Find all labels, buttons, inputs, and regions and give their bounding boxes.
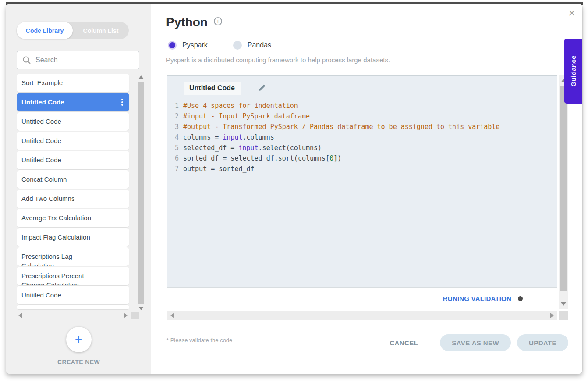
framework-radio-group: Pyspark Pandas xyxy=(168,41,271,50)
sidebar-item[interactable]: Untitled Code xyxy=(17,132,129,150)
line-number: 6 xyxy=(167,153,179,164)
radio-pyspark[interactable] xyxy=(168,41,177,50)
sidebar-item[interactable]: Prescriptions LagCalculation xyxy=(17,247,129,266)
code-text: output = sorted_df xyxy=(183,164,255,174)
guidance-tab-label: Guidance xyxy=(570,55,577,87)
sidebar-item-label: Concat Column xyxy=(21,175,124,184)
sidebar-item[interactable]: Impact Flag Calculation xyxy=(17,228,129,247)
sidebar-item-label: Untitled Code xyxy=(21,136,124,145)
page-title: Python xyxy=(166,15,208,29)
scroll-up-arrow-icon[interactable] xyxy=(138,75,144,79)
scroll-left-arrow-icon[interactable] xyxy=(170,313,174,318)
plus-icon: + xyxy=(75,333,83,346)
validation-status-dot xyxy=(518,296,523,301)
sidebar-item-label: Average Trx Calculation xyxy=(21,213,124,222)
sidebar-item-label: Untitled Code xyxy=(21,290,124,300)
cancel-button[interactable]: CANCEL xyxy=(390,339,418,347)
scroll-right-arrow-icon[interactable] xyxy=(550,313,554,318)
code-text: sorted_df = selected_df.sort(columns[0]) xyxy=(183,153,341,164)
scroll-left-arrow-icon[interactable] xyxy=(18,313,22,318)
code-line[interactable]: 7output = sorted_df xyxy=(167,164,557,174)
sidebar-item[interactable]: Untitled Code xyxy=(17,151,129,169)
sidebar-item[interactable]: Untitled Code xyxy=(17,286,129,304)
sidebar-item-label: Impact Flag Calculation xyxy=(21,233,124,242)
search-box[interactable] xyxy=(17,51,139,69)
main-panel: Python i Pyspark Pandas Pyspark is a dis… xyxy=(151,4,582,374)
sidebar-item-label: Prescriptions Lag xyxy=(21,252,124,261)
create-new-button[interactable]: + xyxy=(66,327,92,352)
search-input[interactable] xyxy=(35,56,134,64)
line-number: 7 xyxy=(167,164,179,174)
info-icon[interactable]: i xyxy=(214,17,222,25)
code-line[interactable]: 2#input - Input PySpark dataframe xyxy=(167,111,557,122)
tab-code-library[interactable]: Code Library xyxy=(17,22,73,39)
sidebar-item[interactable]: Average Trx Calculation xyxy=(17,209,129,227)
scroll-down-arrow-icon[interactable] xyxy=(561,302,566,306)
sidebar-vertical-scrollbar[interactable] xyxy=(138,74,145,312)
sidebar-horizontal-scrollbar[interactable] xyxy=(17,312,129,319)
code-line[interactable]: 1#Use 4 spaces for indentation xyxy=(167,100,557,111)
code-text: columns = input.columns xyxy=(183,132,274,143)
sidebar-item[interactable]: Untitled Code xyxy=(17,93,129,111)
line-number: 5 xyxy=(167,143,179,153)
validation-bar: RUNING VALIDATION xyxy=(167,287,557,309)
scrollbar-corner xyxy=(131,312,139,319)
create-new-label: CREATE NEW xyxy=(6,358,151,365)
sidebar-item[interactable]: Add Two Columns xyxy=(17,190,129,208)
guidance-tab[interactable]: Guidance xyxy=(564,39,582,104)
code-text: #input - Input PySpark dataframe xyxy=(183,111,310,122)
code-lines: 1#Use 4 spaces for indentation2#input - … xyxy=(167,100,557,174)
sidebar-item-label: Add Two Columns xyxy=(21,194,124,203)
editor-horizontal-scrollbar[interactable] xyxy=(167,311,557,320)
scroll-right-arrow-icon[interactable] xyxy=(124,313,128,318)
scroll-down-arrow-icon[interactable] xyxy=(138,307,144,310)
sidebar-item[interactable] xyxy=(17,305,129,309)
save-as-new-button[interactable]: SAVE AS NEW xyxy=(440,334,511,351)
code-line[interactable]: 6sorted_df = selected_df.sort(columns[0]… xyxy=(167,153,557,164)
radio-selected-dot xyxy=(169,42,175,48)
code-list-wrap: Sort_ExampleUntitled CodeUntitled CodeUn… xyxy=(17,74,145,312)
sidebar-tab-switcher: Code Library Column List xyxy=(17,22,129,39)
validate-note: * Please validate the code xyxy=(166,337,232,344)
sidebar-item-label: Untitled Code xyxy=(21,97,124,107)
tab-column-list[interactable]: Column List xyxy=(73,22,129,39)
code-list: Sort_ExampleUntitled CodeUntitled CodeUn… xyxy=(17,74,129,309)
code-line[interactable]: 3#output - Transformed PySpark / Pandas … xyxy=(167,122,557,132)
code-line[interactable]: 4columns = input.columns xyxy=(167,132,557,143)
editor-vertical-scrollbar[interactable] xyxy=(559,75,568,309)
code-text: #output - Transformed PySpark / Pandas d… xyxy=(183,122,499,132)
sidebar-item-label: Untitled Code xyxy=(21,155,124,165)
line-number: 1 xyxy=(167,100,179,111)
kebab-menu-icon[interactable] xyxy=(120,97,125,107)
update-button[interactable]: UPDATE xyxy=(517,334,568,351)
sidebar-item[interactable]: Sort_Example xyxy=(17,74,129,92)
scrollbar-corner xyxy=(559,311,568,320)
edit-pencil-icon[interactable] xyxy=(258,83,266,92)
sidebar-item[interactable]: Untitled Code xyxy=(17,112,129,131)
framework-description: Pyspark is a distributed computing frame… xyxy=(166,56,390,64)
code-editor[interactable]: Untitled Code 1#Use 4 spaces for indenta… xyxy=(167,75,557,309)
sidebar: Code Library Column List Sort_ExampleUnt… xyxy=(6,4,151,374)
line-number: 4 xyxy=(167,132,179,143)
sidebar-item[interactable]: Prescriptions PercentChange Calculation xyxy=(17,267,129,285)
code-line[interactable]: 5selected_df = input.select(columns) xyxy=(167,143,557,153)
sidebar-item[interactable]: Concat Column xyxy=(17,170,129,189)
line-number: 2 xyxy=(167,111,179,122)
code-text: selected_df = input.select(columns) xyxy=(183,143,322,153)
sidebar-item-label: Sort_Example xyxy=(21,78,124,87)
footer-buttons: CANCEL SAVE AS NEW UPDATE xyxy=(390,334,568,351)
sidebar-item-label: Prescriptions Percent xyxy=(21,271,124,280)
radio-pandas[interactable] xyxy=(233,41,242,50)
validation-status: RUNING VALIDATION xyxy=(443,295,511,302)
code-editor-dialog: Code Library Column List Sort_ExampleUnt… xyxy=(6,4,582,374)
line-number: 3 xyxy=(167,122,179,132)
create-new-section: + CREATE NEW xyxy=(6,327,151,365)
editor-title[interactable]: Untitled Code xyxy=(184,82,241,95)
scrollbar-thumb[interactable] xyxy=(138,82,144,304)
sidebar-item-sublabel: Change Calculation xyxy=(21,280,124,285)
radio-pandas-label[interactable]: Pandas xyxy=(248,41,271,49)
radio-pyspark-label[interactable]: Pyspark xyxy=(182,41,208,49)
close-icon[interactable]: × xyxy=(568,7,575,19)
scrollbar-thumb[interactable] xyxy=(560,86,567,291)
sidebar-item-label: Untitled Code xyxy=(21,117,124,126)
